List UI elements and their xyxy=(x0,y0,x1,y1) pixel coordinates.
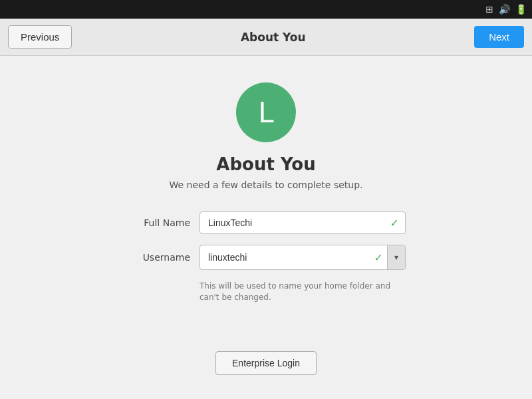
nav-bar: Previous About You Next xyxy=(0,19,532,56)
username-row: Username ✓ ▾ xyxy=(126,245,406,270)
fullname-input-wrapper: ✓ xyxy=(200,211,406,234)
main-content: L About You We need a few details to com… xyxy=(0,56,532,399)
fullname-row: Full Name ✓ xyxy=(126,211,406,234)
fullname-label: Full Name xyxy=(126,217,200,228)
avatar-letter: L xyxy=(258,96,273,129)
volume-icon: 🔊 xyxy=(499,4,510,15)
nav-title: About You xyxy=(241,31,306,44)
battery-icon: 🔋 xyxy=(515,4,527,15)
network-icon: ⊞ xyxy=(485,4,493,15)
page-subtitle: We need a few details to complete setup. xyxy=(169,180,362,190)
previous-button[interactable]: Previous xyxy=(8,25,72,49)
username-dropdown-button[interactable]: ▾ xyxy=(387,245,405,269)
avatar: L xyxy=(236,82,296,142)
username-hint-row: This will be used to name your home fold… xyxy=(126,281,406,303)
fullname-check-icon: ✓ xyxy=(390,217,399,229)
username-input-wrapper: ✓ ▾ xyxy=(200,245,406,270)
username-input[interactable] xyxy=(200,247,370,268)
username-label: Username xyxy=(126,252,200,263)
username-hint: This will be used to name your home fold… xyxy=(200,281,396,303)
fullname-input[interactable] xyxy=(200,211,406,234)
username-check-icon: ✓ xyxy=(370,251,387,264)
next-button[interactable]: Next xyxy=(474,26,524,48)
form-section: Full Name ✓ Username ✓ ▾ This will be us… xyxy=(126,211,406,319)
enterprise-login-button[interactable]: Enterprise Login xyxy=(215,351,317,375)
page-title: About You xyxy=(216,154,315,174)
system-bar: ⊞ 🔊 🔋 xyxy=(0,0,532,19)
